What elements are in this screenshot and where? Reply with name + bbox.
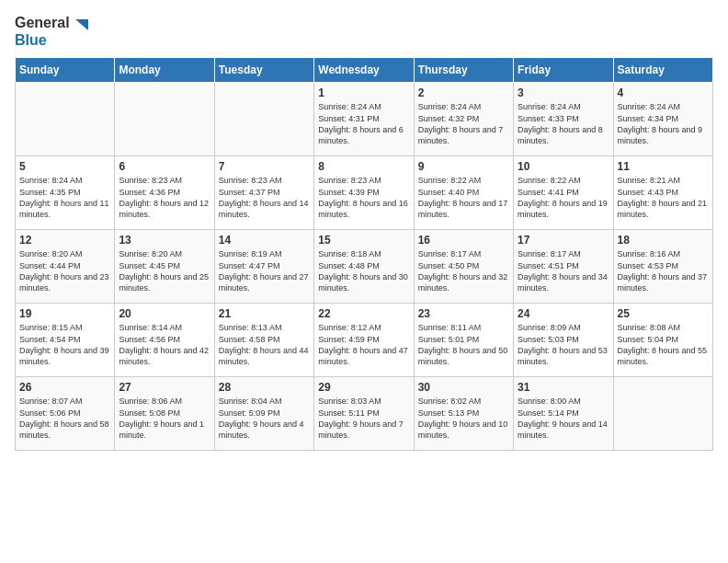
calendar-cell: 4Sunrise: 8:24 AM Sunset: 4:34 PM Daylig…	[613, 83, 712, 156]
calendar-week-row: 12Sunrise: 8:20 AM Sunset: 4:44 PM Dayli…	[16, 230, 713, 304]
calendar-cell: 15Sunrise: 8:18 AM Sunset: 4:48 PM Dayli…	[314, 230, 414, 304]
calendar-week-row: 1Sunrise: 8:24 AM Sunset: 4:31 PM Daylig…	[16, 83, 713, 156]
day-number: 22	[318, 307, 409, 320]
cell-content: Sunrise: 8:23 AM Sunset: 4:39 PM Dayligh…	[318, 175, 409, 220]
day-number: 4	[618, 86, 709, 99]
header-day-tuesday: Tuesday	[214, 58, 313, 83]
cell-content: Sunrise: 8:24 AM Sunset: 4:33 PM Dayligh…	[518, 101, 609, 146]
day-number: 20	[119, 307, 210, 320]
calendar-cell: 8Sunrise: 8:23 AM Sunset: 4:39 PM Daylig…	[314, 156, 414, 230]
cell-content: Sunrise: 8:21 AM Sunset: 4:43 PM Dayligh…	[618, 175, 709, 220]
day-number: 11	[618, 160, 709, 173]
calendar-cell: 26Sunrise: 8:07 AM Sunset: 5:06 PM Dayli…	[16, 377, 115, 451]
cell-content: Sunrise: 8:22 AM Sunset: 4:41 PM Dayligh…	[518, 175, 609, 220]
calendar-week-row: 5Sunrise: 8:24 AM Sunset: 4:35 PM Daylig…	[16, 156, 713, 230]
cell-content: Sunrise: 8:06 AM Sunset: 5:08 PM Dayligh…	[119, 396, 210, 441]
header-day-friday: Friday	[514, 58, 613, 83]
calendar-cell: 2Sunrise: 8:24 AM Sunset: 4:32 PM Daylig…	[414, 83, 513, 156]
cell-content: Sunrise: 8:02 AM Sunset: 5:13 PM Dayligh…	[418, 396, 509, 441]
cell-content: Sunrise: 8:00 AM Sunset: 5:14 PM Dayligh…	[518, 396, 609, 441]
day-number: 15	[318, 234, 409, 247]
calendar-cell: 9Sunrise: 8:22 AM Sunset: 4:40 PM Daylig…	[414, 156, 513, 230]
day-number: 31	[518, 381, 609, 394]
cell-content: Sunrise: 8:09 AM Sunset: 5:03 PM Dayligh…	[518, 322, 609, 367]
day-number: 25	[618, 307, 709, 320]
cell-content: Sunrise: 8:17 AM Sunset: 4:51 PM Dayligh…	[518, 248, 609, 293]
cell-content: Sunrise: 8:18 AM Sunset: 4:48 PM Dayligh…	[318, 248, 409, 293]
calendar-cell: 17Sunrise: 8:17 AM Sunset: 4:51 PM Dayli…	[514, 230, 613, 304]
calendar-cell: 24Sunrise: 8:09 AM Sunset: 5:03 PM Dayli…	[514, 304, 613, 377]
calendar-cell: 21Sunrise: 8:13 AM Sunset: 4:58 PM Dayli…	[214, 304, 313, 377]
day-number: 26	[19, 381, 110, 394]
day-number: 23	[418, 307, 509, 320]
day-number: 21	[219, 307, 310, 320]
cell-content: Sunrise: 8:20 AM Sunset: 4:44 PM Dayligh…	[19, 248, 110, 293]
calendar-cell	[16, 83, 115, 156]
day-number: 28	[219, 381, 310, 394]
cell-content: Sunrise: 8:13 AM Sunset: 4:58 PM Dayligh…	[219, 322, 310, 367]
header-day-saturday: Saturday	[613, 58, 712, 83]
calendar-cell: 31Sunrise: 8:00 AM Sunset: 5:14 PM Dayli…	[514, 377, 613, 451]
cell-content: Sunrise: 8:23 AM Sunset: 4:36 PM Dayligh…	[119, 175, 210, 220]
logo-container: General Blue	[15, 15, 88, 48]
calendar-cell: 14Sunrise: 8:19 AM Sunset: 4:47 PM Dayli…	[214, 230, 313, 304]
calendar-cell: 22Sunrise: 8:12 AM Sunset: 4:59 PM Dayli…	[314, 304, 414, 377]
calendar-cell: 7Sunrise: 8:23 AM Sunset: 4:37 PM Daylig…	[214, 156, 313, 230]
calendar-cell: 16Sunrise: 8:17 AM Sunset: 4:50 PM Dayli…	[414, 230, 513, 304]
calendar-header-row: SundayMondayTuesdayWednesdayThursdayFrid…	[16, 58, 713, 83]
cell-content: Sunrise: 8:19 AM Sunset: 4:47 PM Dayligh…	[219, 248, 310, 293]
logo-triangle-icon	[72, 16, 88, 32]
cell-content: Sunrise: 8:15 AM Sunset: 4:54 PM Dayligh…	[19, 322, 110, 367]
calendar-cell: 13Sunrise: 8:20 AM Sunset: 4:45 PM Dayli…	[115, 230, 214, 304]
cell-content: Sunrise: 8:23 AM Sunset: 4:37 PM Dayligh…	[219, 175, 310, 220]
calendar-week-row: 19Sunrise: 8:15 AM Sunset: 4:54 PM Dayli…	[16, 304, 713, 377]
calendar-cell: 1Sunrise: 8:24 AM Sunset: 4:31 PM Daylig…	[314, 83, 414, 156]
cell-content: Sunrise: 8:04 AM Sunset: 5:09 PM Dayligh…	[219, 396, 310, 441]
cell-content: Sunrise: 8:22 AM Sunset: 4:40 PM Dayligh…	[418, 175, 509, 220]
day-number: 1	[318, 86, 409, 99]
cell-content: Sunrise: 8:24 AM Sunset: 4:32 PM Dayligh…	[418, 101, 509, 146]
header-day-sunday: Sunday	[16, 58, 115, 83]
calendar-cell: 20Sunrise: 8:14 AM Sunset: 4:56 PM Dayli…	[115, 304, 214, 377]
logo-blue: Blue	[15, 32, 47, 48]
svg-marker-0	[75, 19, 88, 30]
day-number: 12	[19, 234, 110, 247]
calendar-cell: 10Sunrise: 8:22 AM Sunset: 4:41 PM Dayli…	[514, 156, 613, 230]
header-day-wednesday: Wednesday	[314, 58, 414, 83]
calendar-cell: 27Sunrise: 8:06 AM Sunset: 5:08 PM Dayli…	[115, 377, 214, 451]
day-number: 2	[418, 86, 509, 99]
cell-content: Sunrise: 8:20 AM Sunset: 4:45 PM Dayligh…	[119, 248, 210, 293]
day-number: 7	[219, 160, 310, 173]
header: General Blue	[15, 15, 713, 48]
logo: General Blue	[15, 15, 88, 48]
calendar-cell	[115, 83, 214, 156]
day-number: 30	[418, 381, 509, 394]
calendar-cell: 3Sunrise: 8:24 AM Sunset: 4:33 PM Daylig…	[514, 83, 613, 156]
day-number: 8	[318, 160, 409, 173]
calendar-cell: 28Sunrise: 8:04 AM Sunset: 5:09 PM Dayli…	[214, 377, 313, 451]
calendar-cell: 11Sunrise: 8:21 AM Sunset: 4:43 PM Dayli…	[613, 156, 712, 230]
calendar-cell	[613, 377, 712, 451]
cell-content: Sunrise: 8:24 AM Sunset: 4:34 PM Dayligh…	[618, 101, 709, 146]
cell-content: Sunrise: 8:14 AM Sunset: 4:56 PM Dayligh…	[119, 322, 210, 367]
day-number: 18	[618, 234, 709, 247]
header-day-monday: Monday	[115, 58, 214, 83]
cell-content: Sunrise: 8:16 AM Sunset: 4:53 PM Dayligh…	[618, 248, 709, 293]
day-number: 13	[119, 234, 210, 247]
calendar-cell: 19Sunrise: 8:15 AM Sunset: 4:54 PM Dayli…	[16, 304, 115, 377]
day-number: 10	[518, 160, 609, 173]
calendar-table: SundayMondayTuesdayWednesdayThursdayFrid…	[15, 57, 713, 451]
calendar-cell: 30Sunrise: 8:02 AM Sunset: 5:13 PM Dayli…	[414, 377, 513, 451]
calendar-cell: 18Sunrise: 8:16 AM Sunset: 4:53 PM Dayli…	[613, 230, 712, 304]
cell-content: Sunrise: 8:24 AM Sunset: 4:35 PM Dayligh…	[19, 175, 110, 220]
day-number: 14	[219, 234, 310, 247]
cell-content: Sunrise: 8:12 AM Sunset: 4:59 PM Dayligh…	[318, 322, 409, 367]
day-number: 19	[19, 307, 110, 320]
calendar-week-row: 26Sunrise: 8:07 AM Sunset: 5:06 PM Dayli…	[16, 377, 713, 451]
calendar-cell: 25Sunrise: 8:08 AM Sunset: 5:04 PM Dayli…	[613, 304, 712, 377]
cell-content: Sunrise: 8:07 AM Sunset: 5:06 PM Dayligh…	[19, 396, 110, 441]
day-number: 9	[418, 160, 509, 173]
day-number: 17	[518, 234, 609, 247]
day-number: 27	[119, 381, 210, 394]
calendar-cell: 6Sunrise: 8:23 AM Sunset: 4:36 PM Daylig…	[115, 156, 214, 230]
